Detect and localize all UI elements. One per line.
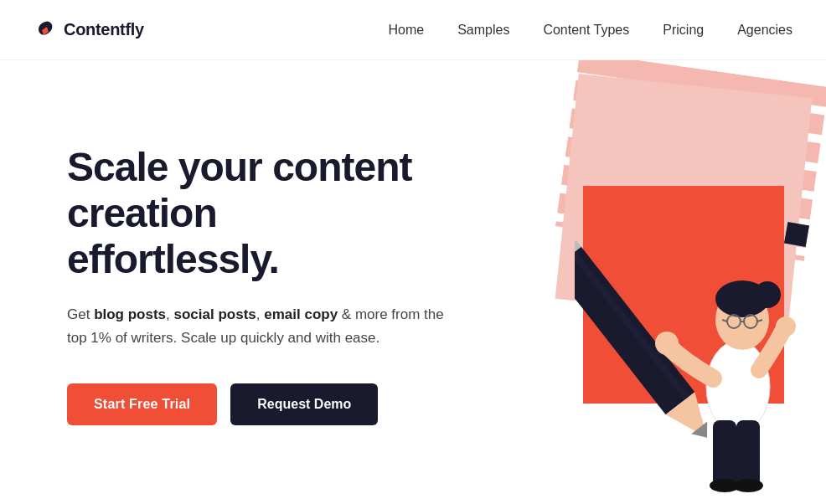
hero-headline: Scale your content creation effortlessly… [67, 144, 466, 283]
logo[interactable]: Contentfly [34, 18, 144, 42]
nav-agencies[interactable]: Agencies [737, 23, 792, 38]
request-demo-button[interactable]: Request Demo [230, 383, 378, 425]
bold-email-copy: email copy [264, 306, 338, 322]
svg-point-12 [776, 316, 796, 337]
navbar: Contentfly Home Samples Content Types Pr… [0, 0, 826, 60]
logo-text: Contentfly [64, 20, 144, 39]
svg-point-15 [754, 281, 781, 308]
svg-rect-5 [575, 251, 689, 400]
svg-rect-7 [713, 420, 736, 487]
nav-samples[interactable]: Samples [457, 23, 509, 38]
nav-content-types[interactable]: Content Types [543, 23, 629, 38]
hero-section: Scale your content creation effortlessly… [0, 60, 826, 504]
svg-rect-8 [736, 420, 760, 487]
nav-links: Home Samples Content Types Pricing Agenc… [388, 23, 792, 38]
logo-icon [34, 18, 57, 42]
hero-left: Scale your content creation effortlessly… [67, 111, 466, 425]
hero-illustration [457, 60, 826, 504]
cta-buttons: Start Free Trial Request Demo [67, 383, 466, 425]
bold-blog-posts: blog posts [94, 306, 166, 322]
hero-subtext: Get blog posts, social posts, email copy… [67, 303, 466, 350]
nav-home[interactable]: Home [388, 23, 424, 38]
start-free-trial-button[interactable]: Start Free Trial [67, 383, 217, 425]
person-illustration [575, 127, 826, 504]
svg-point-11 [655, 332, 679, 355]
nav-pricing[interactable]: Pricing [663, 23, 704, 38]
svg-point-10 [733, 479, 763, 492]
bold-social-posts: social posts [174, 306, 256, 322]
